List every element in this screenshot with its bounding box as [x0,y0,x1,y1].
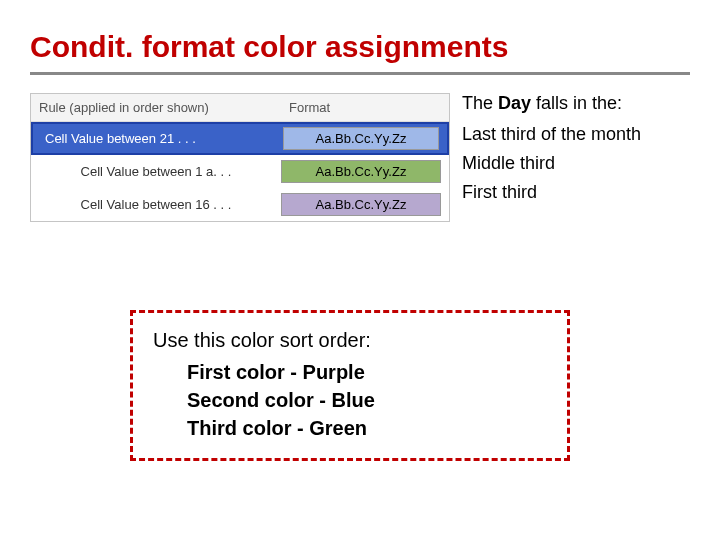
explain-heading-bold: Day [498,93,531,113]
explain-list: Last third of the month Middle third Fir… [462,124,690,203]
callout-line: Third color - Green [187,414,547,442]
rule-label: Cell Value between 1 a. . . [31,158,281,185]
explain-item: Middle third [462,153,690,174]
explain-heading: The Day falls in the: [462,93,690,114]
callout-intro: Use this color sort order: [153,329,547,352]
rules-header-rule: Rule (applied in order shown) [39,100,289,115]
callout-box: Use this color sort order: First color -… [130,310,570,461]
rules-header-format: Format [289,100,441,115]
format-swatch: Aa.Bb.Cc.Yy.Zz [281,160,441,183]
explain-heading-prefix: The [462,93,498,113]
explain-item: First third [462,182,690,203]
rules-panel: Rule (applied in order shown) Format Cel… [30,93,450,222]
callout-line: Second color - Blue [187,386,547,414]
format-swatch: Aa.Bb.Cc.Yy.Zz [283,127,439,150]
explain-item: Last third of the month [462,124,690,145]
explain-column: The Day falls in the: Last third of the … [462,93,690,211]
callout-line: First color - Purple [187,358,547,386]
callout-colors: First color - Purple Second color - Blue… [153,358,547,442]
rule-label: Cell Value between 16 . . . [31,191,281,218]
rule-row[interactable]: Cell Value between 16 . . . Aa.Bb.Cc.Yy.… [31,188,449,221]
format-swatch: Aa.Bb.Cc.Yy.Zz [281,193,441,216]
rules-header: Rule (applied in order shown) Format [31,94,449,122]
explain-heading-suffix: falls in the: [531,93,622,113]
content-row: Rule (applied in order shown) Format Cel… [30,93,690,222]
rule-label: Cell Value between 21 . . . [33,125,283,152]
rule-row[interactable]: Cell Value between 1 a. . . Aa.Bb.Cc.Yy.… [31,155,449,188]
rule-row[interactable]: Cell Value between 21 . . . Aa.Bb.Cc.Yy.… [31,122,449,155]
page-title: Condit. format color assignments [30,30,690,75]
